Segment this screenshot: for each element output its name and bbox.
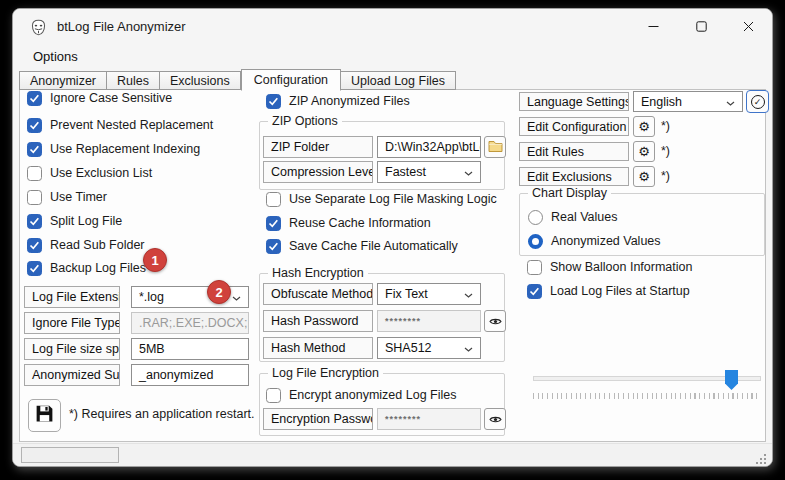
dropdown-value: SHA512 bbox=[385, 341, 432, 355]
show-balloon-information-checkbox[interactable] bbox=[527, 260, 542, 275]
gear-icon: ⚙ bbox=[638, 145, 650, 158]
edit-exclusions-label: Edit Exclusions bbox=[519, 167, 629, 186]
checkbox-label: Prevent Nested Replacement bbox=[50, 118, 213, 132]
zip-folder-field[interactable]: D:\Win32App\btLogF bbox=[377, 136, 481, 158]
apply-language-button[interactable]: ✓ bbox=[746, 90, 769, 113]
log-file-extension-label: Log File Extension bbox=[24, 286, 120, 308]
maximize-button[interactable] bbox=[678, 10, 724, 43]
language-settings-label: Language Settings bbox=[519, 92, 629, 111]
use-replacement-indexing-checkbox[interactable] bbox=[27, 142, 42, 157]
tab-upload-log-files[interactable]: Upload Log Files bbox=[341, 71, 456, 90]
zip-folder-label: ZIP Folder bbox=[263, 136, 373, 158]
log-file-size-split-label: Log File size split bbox=[24, 338, 120, 360]
encryption-password-label: Encryption Password bbox=[263, 408, 373, 430]
anonymized-values-radio[interactable] bbox=[528, 234, 543, 249]
chevron-down-icon bbox=[464, 287, 473, 301]
checkbox-label: Backup Log Files bbox=[50, 261, 146, 275]
checkbox-label: Load Log Files at Startup bbox=[550, 284, 690, 298]
hash-password-field[interactable]: ******** bbox=[377, 310, 481, 332]
ignore-file-types-label: Ignore File Types bbox=[24, 312, 120, 334]
gear-icon: ⚙ bbox=[638, 170, 650, 183]
ignore-case-sensitive-checkbox[interactable] bbox=[27, 91, 42, 106]
hash-method-dropdown[interactable]: SHA512 bbox=[377, 337, 481, 359]
checkbox-row: Prevent Nested Replacement bbox=[27, 117, 213, 133]
checkbox-row: Show Balloon Information bbox=[527, 259, 692, 275]
window-title: btLog File Anonymizer bbox=[57, 19, 186, 34]
reuse-cache-checkbox[interactable] bbox=[266, 216, 281, 231]
checkbox-label: Use Separate Log File Masking Logic bbox=[289, 192, 497, 206]
edit-rules-button[interactable]: ⚙ bbox=[633, 141, 655, 162]
checkbox-row: Use Replacement Indexing bbox=[27, 141, 200, 157]
log-file-extension-dropdown[interactable]: *.log bbox=[131, 286, 249, 308]
floppy-disk-icon bbox=[34, 403, 55, 428]
menu-bar: Options bbox=[13, 45, 772, 67]
checkbox-label: Use Exclusion List bbox=[50, 166, 152, 180]
menu-item-options[interactable]: Options bbox=[29, 48, 82, 65]
checkbox-row: Load Log Files at Startup bbox=[527, 283, 690, 299]
title-bar: btLog File Anonymizer bbox=[13, 9, 772, 45]
chevron-down-icon bbox=[464, 341, 473, 355]
compression-level-dropdown[interactable]: Fastest bbox=[377, 161, 481, 183]
radio-row: Real Values bbox=[528, 209, 617, 225]
edit-configuration-button[interactable]: ⚙ bbox=[633, 116, 655, 137]
encrypt-anonymized-log-files-checkbox[interactable] bbox=[266, 388, 281, 403]
folder-icon bbox=[488, 138, 503, 156]
obfuscate-method-label: Obfuscate Method bbox=[263, 283, 373, 305]
minimize-button[interactable] bbox=[630, 10, 676, 43]
language-dropdown[interactable]: English bbox=[633, 91, 743, 112]
checkbox-row: Split Log File bbox=[27, 213, 122, 229]
anonymous-mask-icon bbox=[30, 19, 47, 36]
backup-log-files-checkbox[interactable] bbox=[27, 261, 42, 276]
edit-exclusions-button[interactable]: ⚙ bbox=[633, 166, 655, 187]
annotation-badge-2: 2 bbox=[207, 280, 231, 304]
eye-icon bbox=[489, 410, 502, 428]
checkbox-label: Encrypt anonymized Log Files bbox=[289, 388, 456, 402]
check-circle-icon: ✓ bbox=[751, 95, 765, 109]
obfuscate-method-dropdown[interactable]: Fix Text bbox=[377, 283, 481, 305]
save-cache-automatically-checkbox[interactable] bbox=[266, 239, 281, 254]
tab-strip: Anonymizer Rules Exclusions Configuratio… bbox=[19, 68, 456, 90]
chevron-down-icon bbox=[232, 290, 241, 304]
restart-required-marker: *) bbox=[661, 169, 670, 183]
log-file-size-split-field[interactable]: 5MB bbox=[131, 338, 249, 360]
encryption-password-field[interactable]: ******** bbox=[377, 408, 481, 430]
checkbox-row: ZIP Anonymized Files bbox=[266, 93, 410, 109]
radio-label: Real Values bbox=[551, 210, 617, 224]
save-button[interactable] bbox=[28, 399, 61, 432]
load-log-files-at-startup-checkbox[interactable] bbox=[527, 284, 542, 299]
reveal-password-button[interactable] bbox=[484, 408, 506, 430]
checkbox-label: Ignore Case Sensitive bbox=[50, 91, 172, 105]
close-button[interactable] bbox=[725, 10, 771, 43]
tab-rules[interactable]: Rules bbox=[107, 71, 160, 90]
use-exclusion-list-checkbox[interactable] bbox=[27, 166, 42, 181]
split-log-file-checkbox[interactable] bbox=[27, 214, 42, 229]
prevent-nested-replacement-checkbox[interactable] bbox=[27, 118, 42, 133]
restart-note: *) Requires an application restart. bbox=[69, 407, 255, 421]
tab-exclusions[interactable]: Exclusions bbox=[160, 71, 241, 90]
reveal-password-button[interactable] bbox=[484, 310, 506, 332]
eye-icon bbox=[489, 312, 502, 330]
edit-rules-label: Edit Rules bbox=[519, 142, 629, 161]
compression-level-label: Compression Level bbox=[263, 161, 373, 183]
real-values-radio[interactable] bbox=[528, 210, 543, 225]
read-sub-folder-checkbox[interactable] bbox=[27, 238, 42, 253]
gear-icon: ⚙ bbox=[638, 120, 650, 133]
checkbox-row: Encrypt anonymized Log Files bbox=[266, 387, 456, 403]
checkbox-row: Backup Log Files bbox=[27, 260, 146, 276]
radio-label: Anonymized Values bbox=[551, 234, 661, 248]
browse-folder-button[interactable] bbox=[484, 136, 506, 158]
use-timer-checkbox[interactable] bbox=[27, 190, 42, 205]
resize-grip-icon[interactable] bbox=[764, 462, 766, 464]
tab-anonymizer[interactable]: Anonymizer bbox=[19, 71, 107, 90]
dropdown-value: *.log bbox=[139, 290, 164, 304]
tab-configuration[interactable]: Configuration bbox=[241, 69, 341, 91]
anonymized-suffix-label: Anonymized Suffix bbox=[24, 364, 120, 386]
separate-masking-logic-checkbox[interactable] bbox=[266, 192, 281, 207]
chevron-down-icon bbox=[726, 95, 735, 109]
anonymized-suffix-field[interactable]: _anonymized bbox=[131, 364, 249, 386]
checkbox-row: Reuse Cache Information bbox=[266, 215, 431, 231]
group-title: Log File Encryption bbox=[268, 366, 383, 380]
zip-anonymized-files-checkbox[interactable] bbox=[266, 94, 281, 109]
checkbox-row: Ignore Case Sensitive bbox=[27, 90, 172, 106]
checkbox-label: ZIP Anonymized Files bbox=[289, 94, 410, 108]
